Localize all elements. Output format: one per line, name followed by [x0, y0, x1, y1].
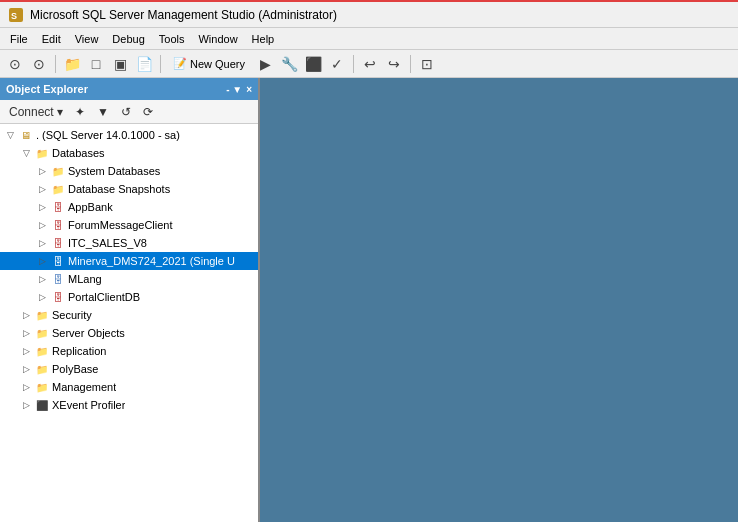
refresh-button[interactable]: ↺: [116, 103, 136, 121]
menu-edit[interactable]: Edit: [36, 31, 67, 47]
redo-button[interactable]: ↪: [383, 53, 405, 75]
expander-system-db[interactable]: ▷: [34, 162, 50, 180]
tree-node-replication[interactable]: ▷ 📁 Replication: [0, 342, 258, 360]
separator-2: [160, 55, 161, 73]
expander-minerva[interactable]: ▷: [34, 252, 50, 270]
object-explorer-tree: ▽ 🖥 . (SQL Server 14.0.1000 - sa) ▽ 📁 Da…: [0, 124, 258, 522]
minerva-label: Minerva_DMS724_2021 (Single U: [68, 255, 235, 267]
tree-node-management[interactable]: ▷ 📁 Management: [0, 378, 258, 396]
expander-databases[interactable]: ▽: [18, 144, 34, 162]
tree-node-polybase[interactable]: ▷ 📁 PolyBase: [0, 360, 258, 378]
tree-node-xevent[interactable]: ▷ ⬛ XEvent Profiler: [0, 396, 258, 414]
undo-button[interactable]: ↩: [359, 53, 381, 75]
separator-3: [353, 55, 354, 73]
management-icon: 📁: [34, 379, 50, 395]
tree-node-server-objects[interactable]: ▷ 📁 Server Objects: [0, 324, 258, 342]
parse-button[interactable]: ✓: [326, 53, 348, 75]
expander-snapshots[interactable]: ▷: [34, 180, 50, 198]
forum-label: ForumMessageClient: [68, 219, 173, 231]
object-explorer-title: Object Explorer: [6, 83, 88, 95]
snapshots-icon: 📁: [50, 181, 66, 197]
tree-node-minerva[interactable]: ▷ 🗄 Minerva_DMS724_2021 (Single U: [0, 252, 258, 270]
tree-node-security[interactable]: ▷ 📁 Security: [0, 306, 258, 324]
tree-node-databases[interactable]: ▽ 📁 Databases: [0, 144, 258, 162]
security-icon: 📁: [34, 307, 50, 323]
server-objects-label: Server Objects: [52, 327, 125, 339]
tree-node-appbank[interactable]: ▷ 🗄 AppBank: [0, 198, 258, 216]
expander-server[interactable]: ▽: [2, 126, 18, 144]
oe-toolbar: Connect ▾ ✦ ▼ ↺ ⟳: [0, 100, 258, 124]
polybase-label: PolyBase: [52, 363, 98, 375]
window-title: Microsoft SQL Server Management Studio (…: [30, 8, 337, 22]
oe-header-controls: - ▼ ×: [226, 84, 252, 95]
resize-button[interactable]: ⊡: [416, 53, 438, 75]
new-object-button[interactable]: ✦: [70, 103, 90, 121]
debug-button[interactable]: 🔧: [278, 53, 300, 75]
expander-itcsales[interactable]: ▷: [34, 234, 50, 252]
security-label: Security: [52, 309, 92, 321]
right-panel: [260, 78, 738, 522]
oe-close-button[interactable]: ×: [246, 84, 252, 95]
expander-replication[interactable]: ▷: [18, 342, 34, 360]
menu-tools[interactable]: Tools: [153, 31, 191, 47]
tree-node-forum[interactable]: ▷ 🗄 ForumMessageClient: [0, 216, 258, 234]
system-db-icon: 📁: [50, 163, 66, 179]
tree-node-mlang[interactable]: ▷ 🗄 MLang: [0, 270, 258, 288]
portal-db-icon: 🗄: [50, 289, 66, 305]
menu-view[interactable]: View: [69, 31, 105, 47]
appbank-label: AppBank: [68, 201, 113, 213]
file-button[interactable]: 📄: [133, 53, 155, 75]
snapshots-label: Database Snapshots: [68, 183, 170, 195]
databases-folder-icon: 📁: [34, 145, 50, 161]
expander-management[interactable]: ▷: [18, 378, 34, 396]
expander-polybase[interactable]: ▷: [18, 360, 34, 378]
itcsales-db-icon: 🗄: [50, 235, 66, 251]
new-query-icon: 📝: [173, 57, 187, 70]
system-db-label: System Databases: [68, 165, 160, 177]
stop-button[interactable]: ⬛: [302, 53, 324, 75]
save-button[interactable]: □: [85, 53, 107, 75]
forum-db-icon: 🗄: [50, 217, 66, 233]
management-label: Management: [52, 381, 116, 393]
tree-node-portal[interactable]: ▷ 🗄 PortalClientDB: [0, 288, 258, 306]
tree-node-db-snapshots[interactable]: ▷ 📁 Database Snapshots: [0, 180, 258, 198]
expander-xevent[interactable]: ▷: [18, 396, 34, 414]
expander-appbank[interactable]: ▷: [34, 198, 50, 216]
expander-forum[interactable]: ▷: [34, 216, 50, 234]
connect-button[interactable]: Connect ▾: [4, 103, 68, 121]
back-button[interactable]: ⊙: [4, 53, 26, 75]
svg-text:S: S: [11, 11, 17, 21]
replication-icon: 📁: [34, 343, 50, 359]
tree-node-itc-sales[interactable]: ▷ 🗄 ITC_SALES_V8: [0, 234, 258, 252]
menu-window[interactable]: Window: [192, 31, 243, 47]
main-toolbar: ⊙ ⊙ 📁 □ ▣ 📄 📝 New Query ▶ 🔧 ⬛ ✓ ↩ ↪ ⊡: [0, 50, 738, 78]
object-explorer-header: Object Explorer - ▼ ×: [0, 78, 258, 100]
tree-node-server[interactable]: ▽ 🖥 . (SQL Server 14.0.1000 - sa): [0, 126, 258, 144]
menu-debug[interactable]: Debug: [106, 31, 150, 47]
main-area: Object Explorer - ▼ × Connect ▾ ✦ ▼ ↺ ⟳ …: [0, 78, 738, 522]
expander-portal[interactable]: ▷: [34, 288, 50, 306]
back2-button[interactable]: ⊙: [28, 53, 50, 75]
server-label: . (SQL Server 14.0.1000 - sa): [36, 129, 180, 141]
execute-button[interactable]: ▶: [254, 53, 276, 75]
mlang-label: MLang: [68, 273, 102, 285]
expander-security[interactable]: ▷: [18, 306, 34, 324]
menu-help[interactable]: Help: [246, 31, 281, 47]
expander-server-objects[interactable]: ▷: [18, 324, 34, 342]
menu-file[interactable]: File: [4, 31, 34, 47]
oe-pin-button[interactable]: - ▼: [226, 84, 242, 95]
save2-button[interactable]: ▣: [109, 53, 131, 75]
separator-1: [55, 55, 56, 73]
expander-mlang[interactable]: ▷: [34, 270, 50, 288]
ssms-icon: S: [8, 7, 24, 23]
server-icon: 🖥: [18, 127, 34, 143]
replication-label: Replication: [52, 345, 106, 357]
title-bar: S Microsoft SQL Server Management Studio…: [0, 0, 738, 28]
new-query-button[interactable]: 📝 New Query: [166, 53, 252, 75]
new-query-label: New Query: [190, 58, 245, 70]
properties-button[interactable]: ⟳: [138, 103, 158, 121]
open-button[interactable]: 📁: [61, 53, 83, 75]
tree-node-system-databases[interactable]: ▷ 📁 System Databases: [0, 162, 258, 180]
itcsales-label: ITC_SALES_V8: [68, 237, 147, 249]
filter-button[interactable]: ▼: [92, 103, 114, 121]
